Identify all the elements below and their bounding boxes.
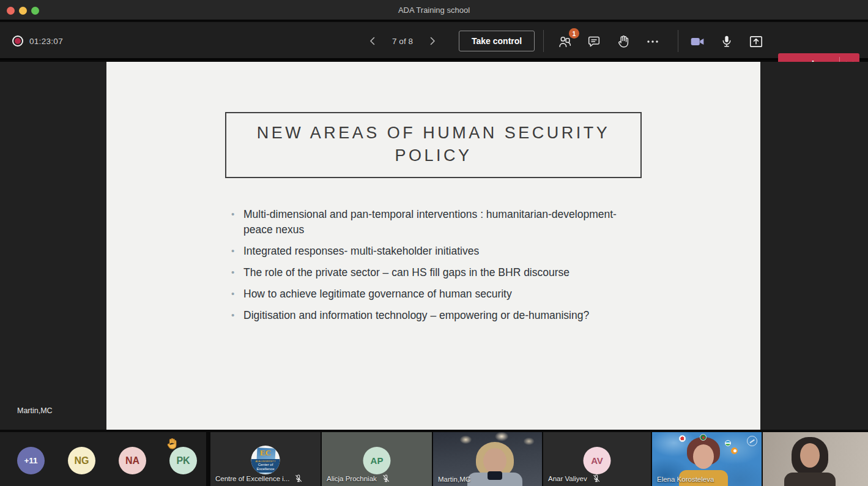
- video-person-collar: [488, 471, 502, 480]
- mic-off-icon: [592, 474, 601, 483]
- participant-tile[interactable]: AV Anar Valiyev: [543, 432, 651, 486]
- camera-toggle-button[interactable]: [688, 32, 707, 51]
- presenter-name-label: Martin,MC: [17, 406, 53, 415]
- open-chat-button[interactable]: [585, 32, 603, 51]
- participants-badge: 1: [569, 28, 579, 39]
- share-screen-icon: [748, 34, 764, 50]
- participant-video-tile[interactable]: Elena Korosteleva: [652, 432, 762, 486]
- logo-text-line2: Excellence: [251, 467, 280, 471]
- participant-name: Martin,MC: [438, 476, 470, 483]
- participant-name-row: Martin,MC: [438, 476, 470, 483]
- screen-share-stage: NEW AREAS OF HUMAN SECURITY POLICY Multi…: [0, 62, 868, 430]
- compass-icon: [747, 436, 757, 446]
- overflow-participants-avatar[interactable]: +11: [17, 447, 45, 474]
- map-pin-icon: [725, 440, 731, 446]
- slide-navigation: 7 of 8 Take control: [365, 22, 535, 60]
- participant-tile[interactable]: AP Alicja Prochniak: [322, 432, 432, 486]
- slide-title-box: NEW AREAS OF HUMAN SECURITY POLICY: [225, 112, 642, 178]
- chat-icon: [587, 34, 601, 49]
- mic-toggle-button[interactable]: [718, 32, 736, 51]
- map-pin-icon: [679, 435, 686, 442]
- shared-slide: NEW AREAS OF HUMAN SECURITY POLICY Multi…: [106, 62, 760, 430]
- chevron-left-icon: [368, 36, 377, 46]
- teams-meeting-window: ADA Training school 01:23:07 7 of 8 Take…: [0, 0, 868, 486]
- slide-bullet: How to achieve legitimate governance of …: [231, 286, 635, 302]
- mic-off-icon: [382, 474, 390, 483]
- slide-position-label: 7 of 8: [389, 37, 416, 46]
- slide-bullet: Digitisation and information technology …: [231, 308, 635, 323]
- organization-logo-avatar: EC ADA UNIVERSITY Center of Excellence: [251, 446, 280, 474]
- recording-dot: [15, 38, 21, 44]
- slide-bullet: Integrated responses- multi-stakeholder …: [231, 244, 635, 259]
- map-pin-icon: [731, 447, 738, 454]
- mic-off-icon: [294, 474, 303, 483]
- avatar[interactable]: PK: [169, 447, 197, 474]
- meeting-timer: 01:23:07: [29, 37, 63, 46]
- participant-name: Centre of Excellence i...: [215, 475, 289, 482]
- more-options-button[interactable]: [644, 32, 662, 51]
- participant-strip: +11 NG NA PK EC ADA UNIVERSITY Center of…: [0, 432, 868, 486]
- participant-name-row: Centre of Excellence i...: [215, 474, 303, 483]
- recording-indicator-icon: [12, 36, 23, 47]
- participant-video-tile[interactable]: [763, 432, 868, 486]
- share-screen-button[interactable]: [747, 32, 765, 51]
- logo-text-line1: Center of: [251, 463, 280, 467]
- show-participants-button[interactable]: 1: [555, 32, 574, 51]
- mic-icon: [719, 34, 734, 49]
- meeting-toolbar: 01:23:07 7 of 8 Take control 1: [0, 22, 868, 60]
- audio-participants-panel: +11 NG NA PK: [0, 432, 206, 486]
- avatar[interactable]: NA: [119, 447, 146, 474]
- take-control-button[interactable]: Take control: [459, 31, 535, 51]
- raised-hand-reaction-icon: [165, 437, 179, 450]
- participant-name: Anar Valiyev: [548, 475, 587, 482]
- slide-bullet: Multi-dimensional and pan-temporal inter…: [231, 207, 635, 237]
- slide-bullet: The role of the private sector – can HS …: [231, 265, 635, 280]
- avatar[interactable]: NG: [68, 447, 95, 474]
- video-person-body: [784, 473, 836, 486]
- ellipsis-icon: [645, 34, 660, 49]
- video-person-face: [693, 444, 714, 469]
- participant-name-row: Elena Korosteleva: [657, 476, 714, 483]
- participant-name: Elena Korosteleva: [657, 476, 714, 483]
- participant-name-row: Anar Valiyev: [548, 474, 601, 483]
- participant-video-tile[interactable]: Martin,MC: [433, 432, 542, 486]
- raise-hand-icon: [616, 34, 631, 49]
- participant-name-row: Alicja Prochniak: [327, 474, 390, 483]
- avatar: AP: [363, 447, 391, 474]
- logo-band: ADA UNIVERSITY Center of Excellence: [251, 459, 280, 473]
- camera-on-icon: [689, 34, 705, 50]
- previous-slide-button[interactable]: [365, 33, 380, 49]
- slide-bullet-list: Multi-dimensional and pan-temporal inter…: [231, 207, 635, 329]
- logo-mark: EC: [251, 448, 280, 458]
- map-pin-icon: [700, 434, 707, 441]
- participant-name: Alicja Prochniak: [327, 475, 377, 482]
- toolbar-divider: [543, 30, 544, 52]
- raise-hand-button[interactable]: [614, 32, 632, 51]
- avatar: AV: [584, 447, 611, 474]
- chevron-right-icon: [428, 36, 437, 46]
- slide-title: NEW AREAS OF HUMAN SECURITY POLICY: [226, 122, 640, 167]
- next-slide-button[interactable]: [425, 33, 440, 49]
- window-title: ADA Training school: [0, 0, 868, 21]
- participant-tile[interactable]: EC ADA UNIVERSITY Center of Excellence C…: [210, 432, 321, 486]
- toolbar-divider: [678, 30, 678, 52]
- macos-titlebar: ADA Training school: [0, 0, 868, 21]
